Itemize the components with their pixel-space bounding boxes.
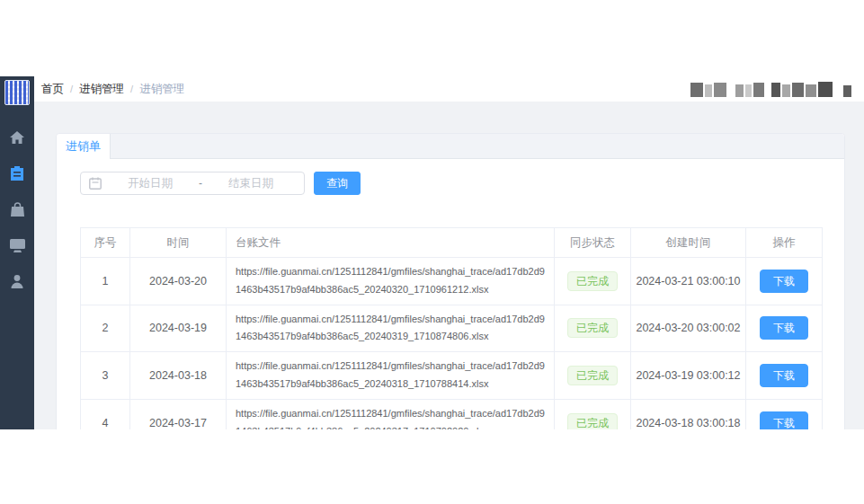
user-icon	[10, 274, 24, 288]
content-card: 进销单	[56, 133, 845, 429]
cell-action: 下载	[746, 305, 823, 352]
sidebar-item-device[interactable]	[9, 238, 25, 252]
cell-date: 2024-03-18	[130, 352, 227, 400]
date-range-separator: -	[195, 177, 206, 190]
cell-index: 3	[81, 352, 130, 400]
sidebar-item-orders[interactable]	[9, 166, 25, 181]
download-button[interactable]: 下载	[760, 270, 808, 293]
cell-created-time: 2024-03-21 03:00:10	[631, 258, 746, 305]
tab-purchase-sale-order[interactable]: 进销单	[57, 134, 111, 159]
breadcrumb: 首页 / 进销管理 / 进销管理	[41, 82, 184, 97]
cell-created-time: 2024-03-19 03:00:12	[631, 352, 746, 400]
cell-status: 已完成	[555, 305, 631, 352]
cell-file-url: https://file.guanmai.cn/1251112841/gmfil…	[227, 399, 555, 429]
cell-created-time: 2024-03-18 03:00:18	[631, 399, 746, 429]
status-badge: 已完成	[567, 271, 618, 291]
cell-status: 已完成	[555, 352, 631, 400]
main-content: 进销单	[34, 102, 864, 429]
cell-file-url: https://file.guanmai.cn/1251112841/gmfil…	[227, 352, 555, 400]
col-header-action: 操作	[746, 228, 823, 258]
cell-action: 下载	[746, 352, 823, 400]
home-icon	[10, 131, 24, 145]
top-bar: 首页 / 进销管理 / 进销管理	[34, 76, 864, 102]
breadcrumb-separator: /	[130, 84, 133, 94]
shopping-bag-icon	[11, 202, 24, 217]
query-button[interactable]: 查询	[314, 172, 361, 195]
monitor-icon	[10, 239, 25, 252]
cell-status: 已完成	[555, 399, 631, 429]
download-button[interactable]: 下载	[760, 364, 808, 387]
ledger-table: 序号 时间 台账文件 同步状态 创建时间 操作	[80, 227, 823, 429]
date-range-input[interactable]: 开始日期 - 结束日期	[80, 172, 305, 195]
status-badge: 已完成	[567, 413, 618, 429]
download-button[interactable]: 下载	[760, 316, 808, 340]
app-window: 首页 / 进销管理 / 进销管理 进销单	[0, 76, 864, 429]
sidebar-item-products[interactable]	[9, 202, 25, 217]
cell-file-url: https://file.guanmai.cn/1251112841/gmfil…	[227, 305, 555, 352]
cell-date: 2024-03-20	[130, 258, 227, 305]
col-header-index: 序号	[81, 228, 130, 258]
status-badge: 已完成	[567, 366, 618, 385]
col-header-file: 台账文件	[227, 228, 555, 258]
sidebar-item-home[interactable]	[9, 130, 25, 145]
sidebar-nav	[9, 130, 25, 288]
cell-status: 已完成	[555, 258, 631, 305]
breadcrumb-separator: /	[70, 84, 73, 94]
user-name-redacted[interactable]	[690, 81, 851, 97]
table-row: 4 2024-03-17 https://file.guanmai.cn/125…	[81, 399, 823, 429]
table-row: 1 2024-03-20 https://file.guanmai.cn/125…	[81, 258, 823, 305]
table-row: 2 2024-03-19 https://file.guanmai.cn/125…	[81, 305, 823, 352]
calendar-icon	[89, 177, 102, 190]
col-header-status: 同步状态	[555, 228, 631, 258]
end-date-placeholder[interactable]: 结束日期	[206, 176, 296, 191]
filter-bar: 开始日期 - 结束日期 查询	[80, 172, 821, 195]
table-header-row: 序号 时间 台账文件 同步状态 创建时间 操作	[81, 228, 823, 258]
breadcrumb-home[interactable]: 首页	[41, 82, 64, 97]
breadcrumb-current: 进销管理	[139, 82, 184, 97]
company-logo	[4, 80, 30, 105]
start-date-placeholder[interactable]: 开始日期	[105, 176, 195, 191]
cell-index: 2	[81, 305, 130, 352]
cell-action: 下载	[746, 399, 823, 429]
sidebar-item-users[interactable]	[9, 274, 25, 288]
cell-index: 4	[81, 399, 130, 429]
cell-action: 下载	[746, 258, 823, 305]
cell-date: 2024-03-17	[130, 399, 227, 429]
status-badge: 已完成	[567, 318, 618, 338]
cell-created-time: 2024-03-20 03:00:02	[631, 305, 746, 352]
col-header-date: 时间	[130, 228, 227, 258]
cell-index: 1	[81, 258, 130, 305]
order-clipboard-icon	[11, 166, 23, 181]
breadcrumb-module[interactable]: 进销管理	[79, 82, 124, 97]
cell-file-url: https://file.guanmai.cn/1251112841/gmfil…	[227, 258, 555, 305]
tab-bar: 进销单	[57, 134, 844, 159]
download-button[interactable]: 下载	[760, 411, 808, 429]
table-row: 3 2024-03-18 https://file.guanmai.cn/125…	[81, 352, 823, 400]
cell-date: 2024-03-19	[130, 305, 227, 352]
col-header-created: 创建时间	[631, 228, 746, 258]
sidebar	[0, 76, 34, 429]
